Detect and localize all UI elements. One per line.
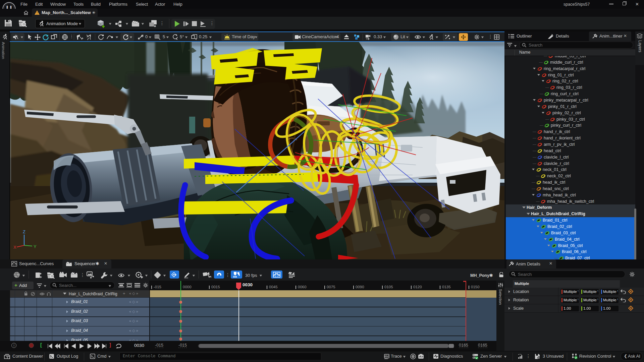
svg-text:X: X — [13, 245, 16, 250]
svg-text:Z: Z — [23, 229, 25, 234]
svg-text:Y: Y — [34, 244, 37, 249]
